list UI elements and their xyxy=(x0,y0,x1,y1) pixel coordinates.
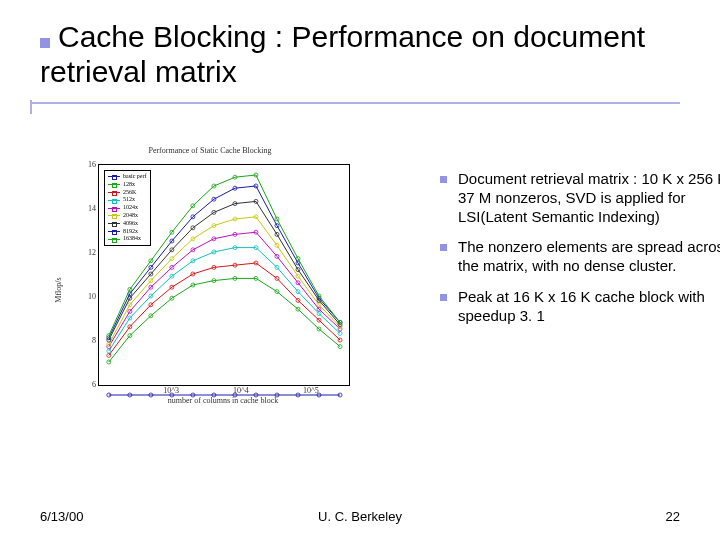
bullet-item: The nonzero elements are spread across t… xyxy=(440,238,720,276)
legend-swatch xyxy=(108,208,120,209)
legend-label: 8192x xyxy=(123,228,138,236)
bullet-list: Document retrieval matrix : 10 K x 256 K… xyxy=(400,170,720,337)
legend: basic perf128x256K512x1024x2048x4096x819… xyxy=(104,170,151,246)
legend-label: 2048x xyxy=(123,212,138,220)
footer-affiliation: U. C. Berkeley xyxy=(0,509,720,524)
chart-title: Performance of Static Cache Blocking xyxy=(60,146,360,155)
legend-row: basic perf xyxy=(108,173,147,181)
legend-swatch xyxy=(108,239,120,240)
legend-row: 4096x xyxy=(108,220,147,228)
legend-swatch xyxy=(108,200,120,201)
legend-row: 1024x xyxy=(108,204,147,212)
legend-label: 512x xyxy=(123,196,135,204)
slide: Cache Blocking : Performance on document… xyxy=(0,0,720,540)
title-tick xyxy=(30,100,32,114)
slide-title: Cache Blocking : Performance on document… xyxy=(40,20,645,88)
legend-label: 4096x xyxy=(123,220,138,228)
y-tick: 6 xyxy=(84,380,96,389)
y-tick: 12 xyxy=(84,248,96,257)
plot: Performance of Static Cache Blocking Mfl… xyxy=(60,160,360,420)
legend-swatch xyxy=(108,176,120,177)
legend-label: 1024x xyxy=(123,204,138,212)
title-block: Cache Blocking : Performance on document… xyxy=(40,20,680,89)
chart: Performance of Static Cache Blocking Mfl… xyxy=(60,160,360,420)
x-tick: 10^4 xyxy=(233,386,249,395)
legend-row: 128x xyxy=(108,181,147,189)
legend-label: 256K xyxy=(123,189,136,197)
legend-swatch xyxy=(108,223,120,224)
legend-row: 16384x xyxy=(108,235,147,243)
y-axis-label: Mflop/s xyxy=(54,277,63,302)
bullet-item: Document retrieval matrix : 10 K x 256 K… xyxy=(440,170,720,226)
title-underline xyxy=(30,102,680,104)
legend-swatch xyxy=(108,231,120,232)
footer-page-number: 22 xyxy=(666,509,680,524)
legend-label: 128x xyxy=(123,181,135,189)
legend-swatch xyxy=(108,192,120,193)
legend-label: 16384x xyxy=(123,235,141,243)
y-tick: 8 xyxy=(84,336,96,345)
y-tick: 14 xyxy=(84,204,96,213)
y-tick: 10 xyxy=(84,292,96,301)
legend-swatch xyxy=(108,215,120,216)
title-bullet-icon xyxy=(40,38,50,48)
legend-row: 8192x xyxy=(108,228,147,236)
x-tick: 10^3 xyxy=(163,386,179,395)
x-tick: 10^5 xyxy=(303,386,319,395)
legend-row: 256K xyxy=(108,189,147,197)
legend-label: basic perf xyxy=(123,173,147,181)
legend-swatch xyxy=(108,184,120,185)
bullet-item: Peak at 16 K x 16 K cache block with spe… xyxy=(440,288,720,326)
legend-row: 512x xyxy=(108,196,147,204)
y-tick: 16 xyxy=(84,160,96,169)
legend-row: 2048x xyxy=(108,212,147,220)
x-axis-label: number of columns in cache block xyxy=(98,396,348,405)
